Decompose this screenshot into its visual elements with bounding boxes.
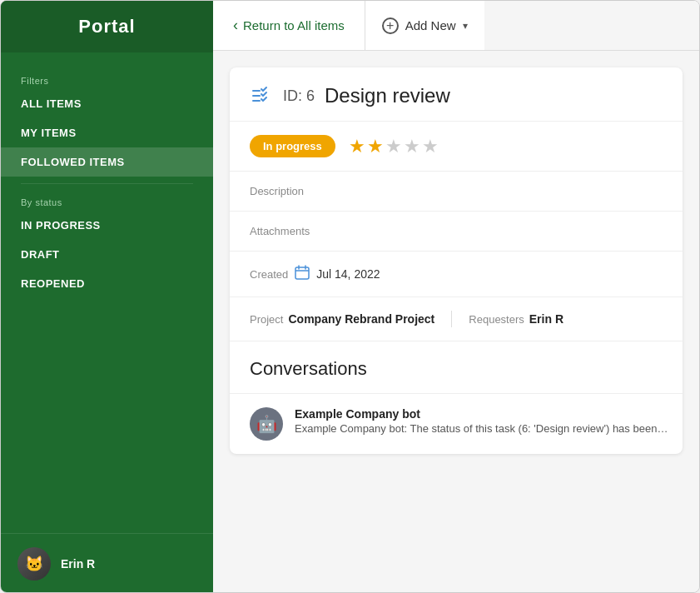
add-new-button[interactable]: + Add New ▾: [365, 1, 484, 50]
created-date: Jul 14, 2022: [316, 267, 380, 281]
dropdown-arrow-icon: ▾: [463, 20, 468, 32]
project-value: Company Rebrand Project: [288, 312, 434, 326]
star-rating: ★ ★ ★ ★ ★: [349, 136, 439, 157]
back-label: Return to All items: [243, 18, 345, 32]
attachments-section: Attachments: [230, 212, 683, 252]
sidebar-nav: Filters ALL ITEMS MY ITEMS FOLLOWED ITEM…: [1, 52, 213, 533]
topbar-right: [484, 1, 699, 50]
avatar-image: 🐱: [17, 547, 51, 581]
status-row: In progress ★ ★ ★ ★ ★: [230, 122, 683, 172]
description-section: Description: [230, 172, 683, 212]
conversation-body: Example Company bot Example Company bot:…: [295, 407, 669, 435]
project-label: Project: [250, 313, 283, 326]
project-divider: [451, 311, 452, 327]
star-4: ★: [404, 136, 420, 157]
requesters-value: Erin R: [529, 312, 563, 326]
star-2: ★: [367, 136, 384, 157]
conversation-sender: Example Company bot: [295, 407, 669, 421]
star-3: ★: [385, 136, 402, 157]
sidebar-item-my-items[interactable]: MY ITEMS: [1, 118, 213, 147]
add-new-label: Add New: [405, 18, 456, 32]
filters-label: Filters: [1, 69, 213, 89]
sidebar-item-all-items[interactable]: ALL ITEMS: [1, 89, 213, 118]
bot-icon: 🤖: [256, 414, 277, 434]
created-row: Created Jul 14, 2022: [230, 252, 683, 297]
project-row: Project Company Rebrand Project Requeste…: [230, 297, 683, 341]
description-label: Description: [250, 185, 663, 197]
task-list-icon: [250, 84, 273, 107]
svg-rect-3: [295, 267, 309, 279]
back-button[interactable]: ‹ Return to All items: [213, 1, 365, 50]
requesters-label: Requesters: [469, 313, 524, 326]
conversation-text: Example Company bot: The status of this …: [295, 422, 669, 435]
status-badge: In progress: [250, 135, 335, 157]
chevron-left-icon: ‹: [233, 17, 238, 34]
calendar-icon: [295, 265, 310, 283]
main-content: ‹ Return to All items + Add New ▾: [213, 1, 699, 593]
user-name: Erin R: [61, 557, 95, 571]
star-5: ★: [422, 136, 439, 157]
avatar: 🐱: [17, 547, 51, 581]
plus-circle-icon: +: [382, 17, 399, 34]
sidebar-item-followed-items[interactable]: FOLLOWED ITEMS: [1, 147, 213, 177]
logo-text: Portal: [78, 16, 135, 37]
sidebar-divider: [21, 183, 193, 184]
bot-avatar: 🤖: [250, 407, 283, 441]
card-header: ID: 6 Design review: [230, 67, 683, 122]
conversations-header: Conversations: [230, 341, 683, 394]
sidebar-item-reopened[interactable]: REOPENED: [1, 269, 213, 298]
task-card: ID: 6 Design review In progress ★ ★ ★ ★ …: [230, 67, 683, 454]
star-1: ★: [349, 136, 365, 157]
sidebar-item-in-progress[interactable]: IN PROGRESS: [1, 211, 213, 240]
content-area: ID: 6 Design review In progress ★ ★ ★ ★ …: [213, 51, 699, 593]
task-id: ID: 6: [283, 87, 315, 105]
conversations-title: Conversations: [250, 358, 367, 379]
sidebar-logo: Portal: [1, 1, 213, 52]
sidebar-footer: 🐱 Erin R: [1, 533, 213, 593]
attachments-label: Attachments: [250, 225, 663, 237]
conversation-item: 🤖 Example Company bot Example Company bo…: [230, 394, 683, 454]
created-label: Created: [250, 268, 288, 281]
sidebar: Portal Filters ALL ITEMS MY ITEMS FOLLOW…: [1, 1, 213, 593]
task-title: Design review: [325, 84, 450, 107]
topbar: ‹ Return to All items + Add New ▾: [213, 1, 699, 51]
status-label: By status: [1, 191, 213, 211]
sidebar-item-draft[interactable]: DRAFT: [1, 240, 213, 269]
